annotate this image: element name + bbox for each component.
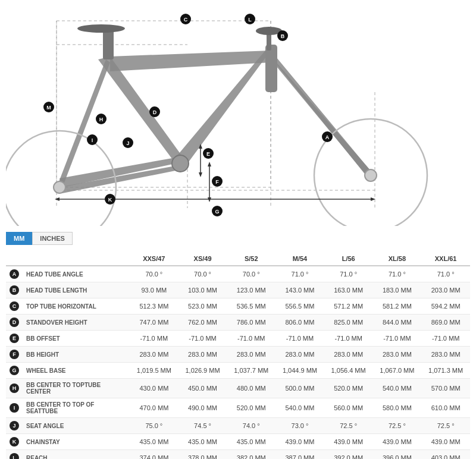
row-value: 183.0 MM (373, 282, 422, 298)
row-measurement-name: HEAD TUBE ANGLE (23, 266, 130, 282)
row-value: 581.2 MM (373, 298, 422, 315)
svg-text:M: M (46, 105, 51, 111)
row-value: 72.5 ° (324, 418, 373, 434)
row-value: 536.5 MM (227, 298, 275, 315)
row-value: -71.0 MM (421, 331, 470, 347)
row-value: 73.0 ° (275, 418, 324, 434)
row-value: 439.0 MM (373, 434, 422, 450)
row-value: -71.0 MM (130, 331, 178, 347)
row-value: 786.0 MM (227, 315, 275, 331)
svg-text:K: K (108, 197, 112, 203)
row-value: 283.0 MM (373, 347, 422, 363)
row-value: 387.0 MM (275, 450, 324, 460)
row-value: 283.0 MM (324, 347, 373, 363)
row-value: 520.0 MM (227, 398, 275, 418)
row-value: 762.0 MM (178, 315, 227, 331)
row-measurement-name: BB OFFSET (23, 331, 130, 347)
row-value: 747.0 MM (130, 315, 178, 331)
row-value: 392.0 MM (324, 450, 373, 460)
mm-button[interactable]: MM (6, 232, 32, 245)
table-row: GWHEEL BASE1,019.5 MM1,026.9 MM1,037.7 M… (6, 363, 470, 379)
row-value: 580.0 MM (373, 398, 422, 418)
table-row: IBB CENTER TO TOP OF SEATTUBE470.0 MM490… (6, 398, 470, 418)
row-value: 500.0 MM (275, 379, 324, 398)
row-value: 103.0 MM (178, 282, 227, 298)
row-value: 523.0 MM (178, 298, 227, 315)
svg-point-25 (77, 24, 125, 33)
col-m: M/54 (275, 252, 324, 266)
svg-point-24 (365, 169, 377, 181)
row-value: 72.5 ° (421, 418, 470, 434)
row-value: -71.0 MM (275, 331, 324, 347)
row-value: 123.0 MM (227, 282, 275, 298)
row-value: 520.0 MM (324, 379, 373, 398)
inches-button[interactable]: INCHES (32, 232, 73, 245)
row-value: 163.0 MM (324, 282, 373, 298)
row-value: 594.2 MM (421, 298, 470, 315)
row-value: 825.0 MM (324, 315, 373, 331)
row-label: A (6, 266, 23, 282)
row-value: 396.0 MM (373, 450, 422, 460)
svg-text:B: B (281, 33, 285, 39)
row-value: 540.0 MM (373, 379, 422, 398)
svg-point-23 (54, 181, 65, 193)
row-value: 74.5 ° (178, 418, 227, 434)
table-row: EBB OFFSET-71.0 MM-71.0 MM-71.0 MM-71.0 … (6, 331, 470, 347)
svg-text:H: H (99, 117, 104, 122)
bike-diagram: A B C D E F G H I J (6, 6, 470, 226)
row-measurement-name: STANDOVER HEIGHT (23, 315, 130, 331)
col-xs: XS/49 (178, 252, 227, 266)
col-s: S/52 (227, 252, 275, 266)
row-value: 560.0 MM (324, 398, 373, 418)
row-value: 435.0 MM (130, 434, 178, 450)
table-row: BHEAD TUBE LENGTH93.0 MM103.0 MM123.0 MM… (6, 282, 470, 298)
row-measurement-name: BB CENTER TO TOP OF SEATTUBE (23, 398, 130, 418)
row-label: E (6, 331, 23, 347)
row-value: 283.0 MM (421, 347, 470, 363)
row-value: 72.5 ° (373, 418, 422, 434)
row-value: 470.0 MM (130, 398, 178, 418)
page-container: A B C D E F G H I J (0, 0, 476, 459)
col-measurement (23, 252, 130, 266)
row-measurement-name: WHEEL BASE (23, 363, 130, 379)
row-label: L (6, 450, 23, 460)
row-label: K (6, 434, 23, 450)
row-value: 71.0 ° (421, 266, 470, 282)
row-label: G (6, 363, 23, 379)
row-value: 1,037.7 MM (227, 363, 275, 379)
row-value: 435.0 MM (178, 434, 227, 450)
table-row: AHEAD TUBE ANGLE70.0 °70.0 °70.0 °71.0 °… (6, 266, 470, 282)
svg-text:L: L (248, 17, 252, 23)
row-measurement-name: REACH (23, 450, 130, 460)
row-value: 439.0 MM (324, 434, 373, 450)
row-value: 1,056.4 MM (324, 363, 373, 379)
svg-text:I: I (92, 137, 93, 143)
row-label: H (6, 379, 23, 398)
row-value: 283.0 MM (275, 347, 324, 363)
row-measurement-name: BB HEIGHT (23, 347, 130, 363)
svg-text:D: D (153, 109, 157, 115)
svg-text:C: C (184, 17, 188, 23)
row-value: 512.3 MM (130, 298, 178, 315)
row-value: 610.0 MM (421, 398, 470, 418)
row-value: 1,019.5 MM (130, 363, 178, 379)
row-value: 74.0 ° (227, 418, 275, 434)
row-value: 1,071.3 MM (421, 363, 470, 379)
svg-text:J: J (126, 140, 129, 146)
row-value: -71.0 MM (373, 331, 422, 347)
row-label: C (6, 298, 23, 315)
table-row: CTOP TUBE HORIZONTAL512.3 MM523.0 MM536.… (6, 298, 470, 315)
col-xxl: XXL/61 (421, 252, 470, 266)
svg-rect-17 (103, 30, 114, 59)
svg-text:G: G (215, 209, 219, 215)
svg-point-18 (172, 155, 189, 172)
row-value: -71.0 MM (227, 331, 275, 347)
row-value: -71.0 MM (178, 331, 227, 347)
row-value: 480.0 MM (227, 379, 275, 398)
row-value: 93.0 MM (130, 282, 178, 298)
row-value: 869.0 MM (421, 315, 470, 331)
row-measurement-name: TOP TUBE HORIZONTAL (23, 298, 130, 315)
col-xxs: XXS/47 (130, 252, 178, 266)
row-value: 540.0 MM (275, 398, 324, 418)
row-value: 450.0 MM (178, 379, 227, 398)
